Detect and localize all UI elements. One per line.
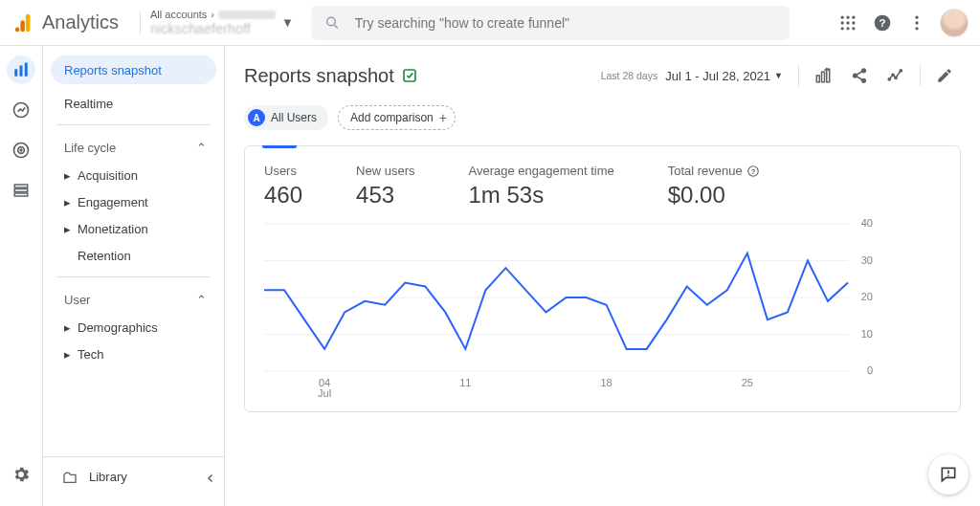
avatar[interactable] — [940, 9, 969, 37]
sidebar-section-user[interactable]: User⌃ — [43, 285, 224, 314]
sidebar-item-acquisition[interactable]: ▸Acquisition — [43, 162, 224, 188]
page-title: Reports snapshot — [244, 65, 394, 87]
sidebar-item-retention[interactable]: Retention — [43, 242, 224, 269]
svg-point-11 — [841, 27, 844, 30]
library-icon — [62, 471, 78, 484]
svg-point-13 — [852, 27, 855, 30]
rail-advertising[interactable] — [7, 136, 35, 165]
sidebar: Reports snapshot Realtime Life cycle⌃ ▸A… — [43, 46, 225, 506]
more-icon[interactable] — [900, 6, 934, 40]
svg-point-18 — [915, 27, 918, 30]
sidebar-item-tech[interactable]: ▸Tech — [43, 341, 224, 367]
svg-text:30: 30 — [861, 254, 873, 266]
svg-point-2 — [15, 27, 20, 32]
arrow-right-icon: ▸ — [64, 347, 70, 362]
overview-card: Users 460 New users 453 Average engageme… — [244, 145, 961, 412]
svg-point-17 — [915, 21, 918, 24]
verified-icon — [402, 68, 417, 83]
feedback-icon — [939, 465, 958, 484]
share-icon[interactable] — [843, 59, 876, 92]
main-content: Reports snapshot Last 28 days Jul 1 - Ju… — [225, 46, 980, 506]
separator — [140, 11, 141, 34]
svg-text:?: ? — [750, 166, 755, 175]
svg-line-37 — [857, 77, 862, 80]
svg-text:?: ? — [879, 16, 885, 29]
svg-text:25: 25 — [742, 377, 753, 388]
svg-rect-31 — [822, 72, 825, 82]
caret-down-icon: ▼ — [774, 71, 783, 80]
svg-rect-20 — [20, 66, 23, 77]
svg-point-9 — [846, 21, 849, 24]
svg-text:20: 20 — [861, 291, 873, 302]
info-icon[interactable]: ? — [746, 165, 760, 178]
metric-users[interactable]: Users 460 — [264, 164, 302, 209]
svg-point-60 — [947, 474, 949, 476]
svg-text:0: 0 — [867, 364, 873, 376]
brand-name: Analytics — [42, 11, 119, 33]
sidebar-library[interactable]: Library — [43, 456, 224, 496]
sidebar-item-snapshot[interactable]: Reports snapshot — [51, 55, 216, 84]
svg-rect-28 — [14, 193, 28, 196]
apps-icon[interactable] — [831, 6, 865, 40]
metric-engagement-time[interactable]: Average engagement time 1m 53s — [468, 164, 613, 209]
svg-point-10 — [852, 21, 855, 24]
svg-text:11: 11 — [459, 377, 471, 388]
svg-rect-21 — [25, 63, 28, 77]
svg-rect-26 — [14, 185, 28, 187]
search-icon — [324, 14, 340, 31]
date-range-picker[interactable]: Jul 1 - Jul 28, 2021▼ — [665, 69, 791, 83]
svg-text:40: 40 — [861, 218, 873, 229]
chip-all-users[interactable]: A All Users — [244, 105, 328, 130]
sidebar-section-lifecycle[interactable]: Life cycle⌃ — [43, 133, 224, 162]
svg-point-39 — [892, 74, 894, 76]
svg-point-3 — [327, 17, 336, 26]
segment-chips: A All Users Add comparison + — [244, 105, 961, 130]
sidebar-item-demographics[interactable]: ▸Demographics — [43, 314, 224, 341]
sidebar-item-realtime[interactable]: Realtime — [43, 90, 224, 117]
svg-text:Jul: Jul — [318, 387, 331, 399]
feedback-button[interactable] — [928, 454, 969, 495]
plus-icon: + — [439, 110, 447, 125]
metric-row: Users 460 New users 453 Average engageme… — [264, 164, 941, 209]
svg-point-8 — [841, 21, 844, 24]
svg-rect-19 — [14, 69, 17, 77]
arrow-right-icon: ▸ — [64, 195, 70, 209]
chip-add-comparison[interactable]: Add comparison + — [338, 105, 456, 130]
help-icon[interactable]: ? — [865, 6, 900, 40]
svg-line-4 — [334, 25, 337, 28]
redacted-text — [218, 11, 276, 19]
nav-rail — [0, 46, 43, 506]
svg-rect-0 — [26, 13, 31, 31]
chevron-right-icon: › — [211, 9, 214, 21]
svg-rect-1 — [20, 20, 25, 32]
svg-rect-32 — [827, 69, 830, 82]
svg-text:10: 10 — [861, 328, 873, 340]
sidebar-item-monetization[interactable]: ▸Monetization — [43, 215, 224, 242]
svg-line-36 — [857, 72, 862, 76]
svg-point-7 — [852, 15, 855, 18]
sidebar-item-engagement[interactable]: ▸Engagement — [43, 188, 224, 215]
caret-down-icon[interactable]: ▼ — [281, 15, 294, 30]
svg-rect-27 — [14, 189, 28, 192]
metric-total-revenue[interactable]: Total revenue ? $0.00 — [668, 164, 760, 209]
svg-point-41 — [900, 70, 902, 72]
svg-point-5 — [841, 15, 844, 18]
rail-admin[interactable] — [7, 460, 35, 489]
customize-icon[interactable] — [807, 59, 839, 92]
rail-explore[interactable] — [7, 96, 35, 124]
rail-reports[interactable] — [7, 55, 35, 84]
date-range-label: Last 28 days — [601, 70, 658, 81]
collapse-sidebar-icon[interactable] — [205, 473, 216, 487]
search-bar[interactable] — [311, 6, 790, 40]
edit-icon[interactable] — [928, 59, 961, 92]
svg-rect-30 — [816, 76, 819, 82]
svg-text:18: 18 — [600, 377, 612, 388]
search-input[interactable] — [353, 14, 776, 32]
metric-new-users[interactable]: New users 453 — [356, 164, 414, 209]
insights-icon[interactable] — [880, 59, 912, 92]
svg-point-40 — [895, 77, 897, 78]
chevron-up-icon: ⌃ — [196, 293, 207, 307]
rail-configure[interactable] — [7, 176, 35, 205]
account-picker[interactable]: All accounts› nickschaeferhoff — [150, 9, 276, 36]
chip-badge: A — [248, 109, 265, 126]
